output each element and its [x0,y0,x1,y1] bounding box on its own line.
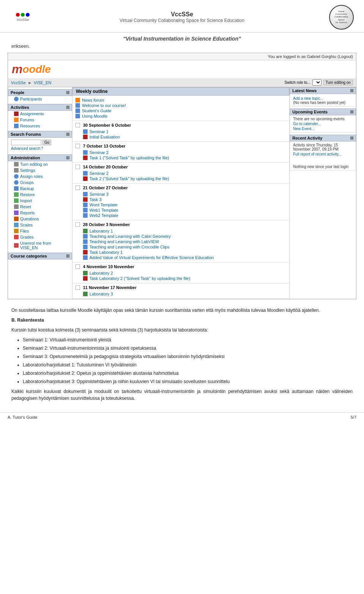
week1-checkbox[interactable] [75,123,80,127]
full-report-link[interactable]: Full report of recent activity... [293,152,353,156]
admin-files[interactable]: Files [8,228,72,234]
course-cat-icon [66,255,69,258]
week1-eval[interactable]: Initial Evaluation [75,134,286,140]
admin-restore-icon [14,192,19,197]
go-button[interactable]: Go [42,140,51,145]
admin-groups[interactable]: Groups [8,179,72,185]
week3-checkbox[interactable] [75,165,80,169]
week5-checkbox[interactable] [75,222,80,227]
turn-editing-on-button[interactable]: Turn editing on [323,80,353,85]
section-b-heading: B. Rakenteesta [11,317,353,324]
week2-seminar[interactable]: Seminar 2 [75,150,286,155]
week1-seminar1[interactable]: Seminar 1 [75,129,286,134]
addedvalue-text: Added Value of Virtual Experiments for E… [89,255,214,260]
week4-wordtemplate[interactable]: Word Template [75,202,286,207]
go-to-calendar-link[interactable]: Go to calender... [293,122,353,126]
admin-turn-editing[interactable]: Turn editing on [8,161,72,167]
week5-labview[interactable]: Teaching and Learning with LabVIEW [75,239,286,244]
w3-seminar-icon [83,171,88,176]
admin-import[interactable]: Import [8,198,72,204]
labview-icon [83,239,88,244]
week2-task1[interactable]: Task 1 ("Solved Task" by uploading the f… [75,155,286,160]
admin-files-icon [14,229,19,233]
switch-role-select[interactable] [312,79,322,86]
nav-arrow: ► [28,80,32,85]
week5-addedvalue[interactable]: Added Value of Virtual Experiments for E… [75,255,286,260]
assignments-item[interactable]: Assignments [8,111,72,117]
admin-questions[interactable]: Questions [8,216,72,222]
search-input[interactable] [11,140,41,145]
week4-checkbox[interactable] [75,185,80,190]
dot-red [16,13,20,17]
week-item-newsforum[interactable]: News forum [75,97,286,103]
activities-block-title: Activities [8,104,72,111]
week6-checkbox[interactable] [75,264,80,269]
resources-icon [14,124,19,128]
week7-lab3[interactable]: Laboratory 3 [75,291,286,297]
week-section-3: 14 October 20 October Seminar 2 Task 2 (… [72,163,289,184]
week6-date: 4 November 10 November [75,264,286,269]
admin-turn-editing-icon [14,162,19,167]
week5-tasklab1[interactable]: Task Laboratory 1 [75,250,286,255]
admin-settings[interactable]: Settings [8,167,72,173]
latest-news-title: Latest News [290,87,356,94]
week4-date: 21 October 27 October [75,185,286,190]
admin-unenrol[interactable]: Unenrol me from VISE_EN [8,240,72,251]
week7-checkbox[interactable] [75,285,80,290]
week-section-2: 7 October 13 October Seminar 2 Task 1 ("… [72,142,289,163]
eval-text: Initial Evaluation [89,135,120,139]
week-item-welcome[interactable]: Welcome to our course! [75,103,286,108]
new-event-link[interactable]: New Event... [293,127,353,131]
assignments-icon [14,112,19,116]
main-content: Weekly outline News forum Welcome to our… [72,87,290,299]
participants-item[interactable]: Participants [8,96,72,102]
week-item-guide[interactable]: Student's Guide [75,108,286,113]
resources-item[interactable]: Resources [8,123,72,129]
task2-icon [83,176,88,181]
forums-item[interactable]: Forums [8,117,72,123]
web2-text: Web2 Template [89,213,118,218]
week7-date: 11 November 17 November [75,285,286,290]
admin-grades[interactable]: Grades [8,234,72,240]
web1-icon [83,208,88,212]
admin-reset[interactable]: Reset [8,204,72,210]
addedvalue-icon [83,255,88,260]
moodle-screenshot: You are logged in as Gabriel Gorghiu (Lo… [8,53,356,299]
week5-cabri[interactable]: Teaching and Learning with Cabri Geometr… [75,234,286,239]
add-new-topic-link[interactable]: Add a new topic... [293,96,353,101]
advanced-search-link[interactable]: Advanced search ? [11,146,69,151]
admin-assign-roles[interactable]: Assign roles [8,173,72,179]
admin-backup-icon [14,186,19,191]
administration-title: Administration [8,154,72,161]
week3-task2[interactable]: Task 2 ("Solved Task" by uploading the f… [75,176,286,181]
newsforum-text: News forum [82,98,104,102]
week4-web1[interactable]: Web1 Template [75,207,286,213]
admin-restore[interactable]: Restore [8,192,72,198]
week4-task3[interactable]: Task 3 [75,197,286,202]
week-item-moodle[interactable]: Using Moodle [75,113,286,119]
page-header: VccSSe VccSSe Virtual Community Collabor… [0,0,364,33]
admin-backup[interactable]: Backup [8,185,72,192]
moodle-logo-bar: moodle [8,60,356,78]
week4-web2[interactable]: Web2 Template [75,213,286,218]
week5-croco[interactable]: Teaching and Learning with Crocodile Cli… [75,244,286,250]
week6-lab2[interactable]: Laboratory 2 [75,270,286,276]
admin-reports[interactable]: Reports [8,210,72,216]
header-center: VccSSe Virtual Community Collaborating S… [38,11,326,23]
intro-paragraph: On suositeltavaa laittaa kurssille Moodl… [11,307,353,314]
week4-seminar3[interactable]: Seminar 3 [75,192,286,197]
moodle-top-bar: You are logged in as Gabriel Gorghiu (Lo… [8,53,356,60]
admin-block-icon [66,156,69,159]
admin-settings-icon [14,168,19,173]
week3-seminar[interactable]: Seminar 2 [75,171,286,176]
footer-right: 5/7 [351,415,356,420]
week2-checkbox[interactable] [75,144,80,148]
people-block-icon [66,91,69,94]
participants-icon [14,97,19,101]
breadcrumb-viseen[interactable]: VISE_EN [34,80,51,85]
tasklab1-text: Task Laboratory 1 [89,250,122,255]
admin-scales[interactable]: Scales [8,222,72,228]
week5-lab1[interactable]: Laboratory 1 [75,228,286,234]
week6-tasklab2[interactable]: Task Laboratory 2 ("Solved Task" by uplo… [75,276,286,281]
breadcrumb-vccsse[interactable]: VccSSe [11,80,26,85]
